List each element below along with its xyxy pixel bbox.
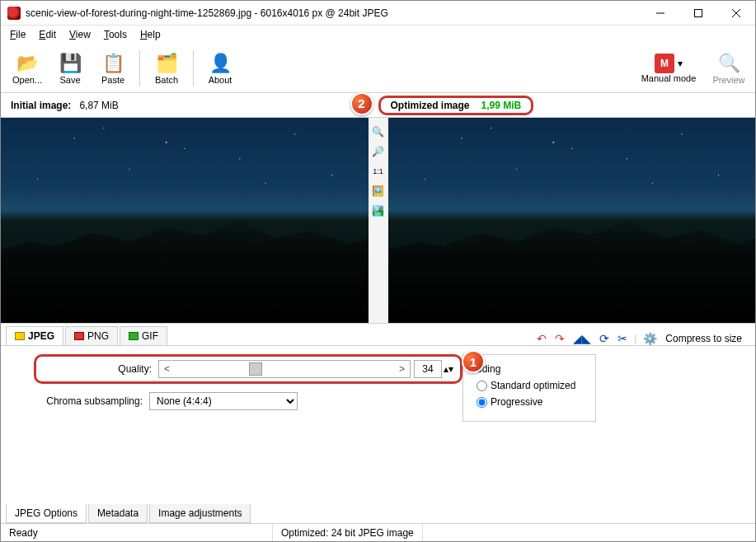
initial-label: Initial image: — [11, 100, 71, 111]
zoom-toolbar: 🔍 🔎 1:1 🖼️ 🏞️ — [369, 118, 388, 323]
quality-label: Quality: — [43, 363, 158, 375]
maximize-button[interactable] — [679, 1, 717, 25]
slider-thumb[interactable] — [249, 362, 262, 376]
window-controls — [641, 1, 755, 25]
status-ready: Ready — [1, 524, 273, 541]
manual-mode-button[interactable]: M ▾ Manual mode — [632, 47, 706, 90]
zoom-in-icon[interactable]: 🔍 — [371, 124, 386, 139]
menu-help[interactable]: Help — [134, 27, 167, 42]
png-icon — [74, 332, 84, 340]
manual-mode-icon: M — [655, 54, 674, 73]
minimize-button[interactable] — [641, 1, 679, 25]
window-title: scenic-view-of-forest-during-night-time-… — [26, 7, 641, 19]
close-button[interactable] — [717, 1, 755, 25]
picture-icon[interactable]: 🏞️ — [371, 203, 386, 218]
app-icon — [7, 7, 21, 20]
gif-icon — [129, 332, 139, 340]
flip-horizontal-icon[interactable]: ◢◣ — [571, 332, 593, 345]
optimized-highlight-box: Optimized image 1,99 MiB — [378, 96, 534, 115]
tab-png[interactable]: PNG — [65, 326, 118, 345]
sub-tabs: JPEG Options Metadata Image adjustments — [1, 504, 755, 523]
quality-slider[interactable]: < > — [158, 360, 411, 378]
undo-icon[interactable]: ↶ — [535, 332, 548, 345]
svg-rect-1 — [695, 9, 702, 16]
optimized-label: Optimized image — [391, 100, 470, 111]
callout-badge-2: 2 — [350, 92, 373, 115]
tab-image-adjustments[interactable]: Image adjustments — [149, 504, 251, 523]
tab-gif[interactable]: GIF — [120, 326, 167, 345]
radio-standard-input[interactable] — [477, 381, 487, 391]
quality-value-input[interactable]: 34 — [414, 360, 442, 378]
settings-icon[interactable]: ⚙️ — [641, 332, 659, 345]
initial-size-group: Initial image: 6,87 MiB — [11, 100, 378, 111]
fit-screen-icon[interactable]: 🖼️ — [371, 184, 386, 199]
about-button[interactable]: 👤 About — [200, 47, 240, 90]
radio-standard[interactable]: Standard optimized — [477, 380, 575, 391]
crop-icon[interactable]: ✂ — [616, 332, 629, 345]
menubar: File Edit View Tools Help — [1, 26, 755, 44]
slider-right-arrow-icon[interactable]: > — [399, 363, 405, 375]
menu-edit[interactable]: Edit — [33, 27, 62, 42]
main-toolbar: 📂 Open... 💾 Save 📋 Paste 🗂️ Batch 👤 Abou… — [1, 44, 755, 93]
statusbar: Ready Optimized: 24 bit JPEG image — [1, 523, 755, 541]
open-button[interactable]: 📂 Open... — [7, 47, 47, 90]
tab-metadata[interactable]: Metadata — [88, 504, 148, 523]
tab-jpeg[interactable]: JPEG — [6, 326, 63, 345]
toolbar-separator — [193, 50, 194, 86]
radio-progressive[interactable]: Progressive — [477, 396, 575, 408]
chroma-label: Chroma subsampling: — [34, 395, 149, 407]
jpeg-icon — [15, 332, 25, 340]
batch-icon: 🗂️ — [153, 52, 180, 75]
optimized-size-value: 1,99 MiB — [481, 100, 522, 111]
options-fields: 1 Quality: < > 34 ▴▾ Chr — [1, 354, 755, 422]
initial-image-pane[interactable] — [1, 118, 369, 323]
options-left-column: 1 Quality: < > 34 ▴▾ Chr — [1, 354, 463, 422]
callout-badge-1: 1 — [462, 350, 485, 373]
paste-icon: 📋 — [100, 52, 126, 75]
menu-file[interactable]: File — [4, 27, 31, 42]
image-compare-area: 🔍 🔎 1:1 🖼️ 🏞️ — [1, 118, 755, 324]
folder-open-icon: 📂 — [14, 52, 40, 75]
save-icon: 💾 — [57, 52, 83, 75]
optimized-size-group: 2 Optimized image 1,99 MiB — [378, 96, 746, 115]
options-panel: 1 Quality: < > 34 ▴▾ Chr — [1, 345, 755, 523]
panel-toolbar: ↶ ↷ ◢◣ ⟳ ✂ | ⚙️ Compress to size — [169, 332, 750, 345]
radio-progressive-input[interactable] — [477, 397, 487, 408]
about-icon: 👤 — [207, 52, 233, 75]
menu-view[interactable]: View — [63, 27, 96, 42]
optimized-image-pane[interactable] — [388, 118, 756, 323]
encoding-label: oding — [477, 363, 575, 375]
chroma-select[interactable]: None (4:4:4) — [149, 392, 298, 410]
quality-row: 1 Quality: < > 34 ▴▾ — [34, 354, 463, 384]
redo-icon[interactable]: ↷ — [553, 332, 566, 345]
rotate-icon[interactable]: ⟳ — [598, 332, 611, 345]
compress-to-size-button[interactable]: Compress to size — [664, 333, 744, 344]
slider-track[interactable] — [175, 361, 394, 377]
chevron-down-icon: ▾ — [678, 58, 683, 69]
menu-tools[interactable]: Tools — [98, 27, 133, 42]
magnifier-icon: 🔍 — [716, 52, 742, 75]
tab-jpeg-options[interactable]: JPEG Options — [6, 504, 87, 523]
app-window: scenic-view-of-forest-during-night-time-… — [0, 0, 756, 542]
zoom-out-icon[interactable]: 🔎 — [371, 144, 386, 159]
preview-button[interactable]: 🔍 Preview — [709, 47, 749, 90]
titlebar: scenic-view-of-forest-during-night-time-… — [1, 1, 755, 26]
status-optimized: Optimized: 24 bit JPEG image — [273, 524, 423, 541]
size-info-bar: Initial image: 6,87 MiB 2 Optimized imag… — [1, 93, 755, 118]
spin-icon[interactable]: ▴▾ — [444, 363, 453, 375]
paste-button[interactable]: 📋 Paste — [93, 47, 133, 90]
slider-left-arrow-icon[interactable]: < — [164, 363, 170, 375]
format-tabs: JPEG PNG GIF ↶ ↷ ◢◣ ⟳ ✂ | ⚙️ Compress to… — [1, 324, 755, 345]
initial-size-value: 6,87 MiB — [79, 100, 118, 111]
quality-highlight-box: 1 Quality: < > 34 ▴▾ — [34, 354, 463, 384]
save-button[interactable]: 💾 Save — [50, 47, 90, 90]
chroma-row: Chroma subsampling: None (4:4:4) — [34, 392, 463, 410]
toolbar-separator — [139, 50, 140, 86]
zoom-1to1-button[interactable]: 1:1 — [371, 164, 386, 179]
batch-button[interactable]: 🗂️ Batch — [147, 47, 186, 90]
